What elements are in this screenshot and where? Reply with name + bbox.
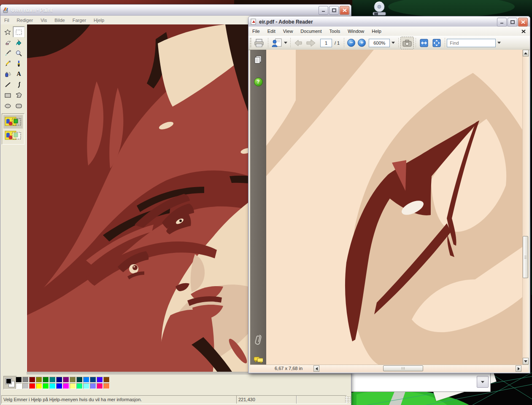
reader-titlebar[interactable]: eir.pdf - Adobe Reader <box>248 16 530 27</box>
palette-swatch[interactable] <box>22 377 29 383</box>
foreground-background-selector[interactable] <box>3 376 17 389</box>
palette-swatch[interactable] <box>49 383 56 389</box>
palette-swatch[interactable] <box>63 383 69 389</box>
airbrush-tool[interactable] <box>2 69 14 80</box>
free-form-select-tool[interactable] <box>2 27 14 38</box>
menu-help[interactable]: Help <box>368 27 385 35</box>
palette-swatch[interactable] <box>16 383 22 389</box>
palette-swatch[interactable] <box>83 377 89 383</box>
how-to-help-icon[interactable]: ? <box>254 77 263 87</box>
menu-rediger[interactable]: Rediger <box>13 16 37 24</box>
horizontal-scrollbar-thumb[interactable] <box>383 365 423 371</box>
menu-file[interactable]: File <box>248 27 264 35</box>
close-document-icon[interactable] <box>521 30 526 33</box>
cd-rom-icon[interactable] <box>369 0 389 16</box>
palette-swatch[interactable] <box>43 377 49 383</box>
email-button[interactable] <box>270 37 289 49</box>
maximize-button[interactable] <box>329 6 339 15</box>
ellipse-tool[interactable] <box>2 100 14 111</box>
palette-swatch[interactable] <box>76 377 83 383</box>
palette-swatch[interactable] <box>103 377 110 383</box>
palette-swatch[interactable] <box>56 377 62 383</box>
select-tool[interactable] <box>13 27 24 38</box>
page-number-field[interactable] <box>320 39 332 47</box>
palette-swatch[interactable] <box>76 383 83 389</box>
pages-panel-icon[interactable] <box>254 55 263 65</box>
palette-swatch[interactable] <box>83 383 89 389</box>
rectangle-tool[interactable] <box>2 90 14 101</box>
palette-swatch[interactable] <box>97 383 103 389</box>
scroll-up-button[interactable] <box>523 50 529 56</box>
pick-color-tool[interactable] <box>2 48 14 59</box>
minimize-button[interactable] <box>319 6 328 15</box>
menu-farger[interactable]: Farger <box>69 16 90 24</box>
zoom-in-button[interactable]: + <box>356 37 367 49</box>
palette-swatch[interactable] <box>70 383 76 389</box>
find-input[interactable] <box>449 40 495 46</box>
pdf-page[interactable] <box>266 50 522 365</box>
magnifier-tool[interactable] <box>13 48 24 59</box>
menu-window[interactable]: Window <box>344 27 368 35</box>
close-button[interactable] <box>518 18 528 27</box>
menu-document[interactable]: Document <box>297 27 325 35</box>
palette-swatch[interactable] <box>36 377 42 383</box>
line-tool[interactable] <box>2 79 14 90</box>
palette-swatch[interactable] <box>70 377 76 383</box>
minimize-button[interactable] <box>497 18 507 27</box>
next-view-button[interactable] <box>304 37 318 49</box>
combobox-dropdown-button[interactable] <box>477 376 489 388</box>
polygon-tool[interactable] <box>13 90 24 101</box>
transparent-selection-option[interactable] <box>3 129 23 142</box>
menu-fil[interactable]: Fil <box>0 16 13 24</box>
palette-swatch[interactable] <box>56 383 62 389</box>
print-button[interactable] <box>253 37 266 49</box>
previous-view-button[interactable] <box>292 37 304 49</box>
menu-tools[interactable]: Tools <box>326 27 344 35</box>
menu-vis[interactable]: Vis <box>37 16 51 24</box>
zoom-dropdown-button[interactable] <box>390 37 397 49</box>
zoom-out-button[interactable]: − <box>346 37 356 49</box>
page-number-input[interactable] <box>321 40 332 46</box>
palette-swatch[interactable] <box>16 377 22 383</box>
scroll-left-button[interactable] <box>313 365 319 372</box>
palette-swatch[interactable] <box>29 377 35 383</box>
opaque-selection-option[interactable] <box>3 115 23 129</box>
find-dropdown-button[interactable] <box>496 37 502 49</box>
palette-swatch[interactable] <box>22 383 29 389</box>
rounded-rectangle-tool[interactable] <box>13 100 24 111</box>
close-button[interactable] <box>340 6 349 15</box>
maximize-button[interactable] <box>508 18 517 27</box>
palette-swatch[interactable] <box>90 377 96 383</box>
fill-tool[interactable] <box>13 37 24 48</box>
text-tool[interactable]: A <box>13 69 24 80</box>
fit-width-button[interactable] <box>418 37 430 49</box>
menu-edit[interactable]: Edit <box>264 27 279 35</box>
menu-view[interactable]: View <box>279 27 297 35</box>
eraser-tool[interactable] <box>2 37 14 48</box>
palette-swatch[interactable] <box>63 377 69 383</box>
palette-swatch[interactable] <box>49 377 56 383</box>
menu-bilde[interactable]: Bilde <box>51 16 68 24</box>
pencil-tool[interactable] <box>2 58 14 69</box>
palette-swatch[interactable] <box>43 383 49 389</box>
vertical-scrollbar-thumb[interactable] <box>523 236 528 278</box>
palette-swatch[interactable] <box>36 383 42 389</box>
toolbar-grip[interactable] <box>250 38 251 48</box>
palette-swatch[interactable] <box>29 383 35 389</box>
palette-swatch[interactable] <box>90 383 96 389</box>
attachments-paperclip-icon[interactable] <box>254 335 263 345</box>
paint-titlebar[interactable]: Uten navn - Paint <box>0 5 351 16</box>
vertical-scrollbar[interactable] <box>522 50 529 365</box>
scroll-right-button[interactable] <box>516 365 521 372</box>
fit-page-button[interactable] <box>430 37 443 49</box>
scroll-down-button[interactable] <box>523 358 529 365</box>
resize-grip[interactable] <box>345 397 351 403</box>
find-field[interactable] <box>447 39 496 47</box>
palette-swatch[interactable] <box>103 383 110 389</box>
comments-icon[interactable] <box>254 355 263 365</box>
curve-tool[interactable] <box>13 79 24 90</box>
palette-swatch[interactable] <box>97 377 103 383</box>
zoom-level-field[interactable]: 600% <box>369 39 390 47</box>
menu-hjelp[interactable]: Hjelp <box>90 16 108 24</box>
brush-tool[interactable] <box>13 58 24 69</box>
